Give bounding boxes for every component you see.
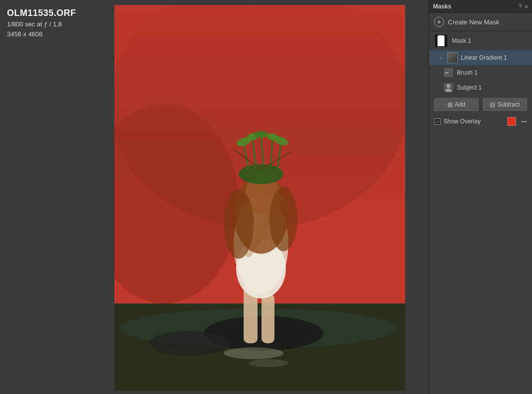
filename: OLM11535.ORF [7, 8, 76, 18]
svg-rect-10 [262, 294, 274, 343]
checkmark-icon: ✓ [436, 119, 440, 124]
subject-label: Subject 1 [457, 84, 482, 91]
exposure-meta: 1/800 sec at ƒ / 1,8 3456 x 4608 [7, 19, 76, 39]
show-overlay-label: Show Overlay [443, 118, 504, 125]
photo-container [114, 5, 405, 391]
mask1-label: Mask 1 [452, 37, 471, 44]
photo-image [114, 5, 405, 391]
add-label: Add [455, 101, 465, 108]
subtract-label: Subtract [497, 101, 520, 108]
linear-gradient-icon [447, 52, 458, 63]
add-button[interactable]: ⊞ Add [434, 98, 479, 111]
svg-point-31 [224, 347, 283, 359]
subtract-button[interactable]: ⊟ Subtract [483, 98, 528, 111]
show-overlay-checkbox[interactable]: ✓ [434, 118, 441, 125]
add-icon: ⊞ [447, 101, 453, 108]
panel-title: Masks [433, 3, 451, 10]
panel-header-controls: ? » [519, 3, 528, 10]
svg-point-36 [446, 84, 450, 88]
plus-icon: + [434, 17, 444, 27]
file-info: OLM11535.ORF 1/800 sec at ƒ / 1,8 3456 x… [7, 8, 76, 39]
main-area: OLM11535.ORF 1/800 sec at ƒ / 1,8 3456 x… [0, 0, 429, 394]
indent-arrow: ↳ [439, 55, 443, 60]
svg-point-32 [249, 359, 288, 367]
action-buttons: ⊞ Add ⊟ Subtract [429, 95, 532, 114]
subject-item[interactable]: Subject 1 [429, 80, 532, 95]
subtract-icon: ⊟ [490, 101, 495, 108]
svg-point-16 [224, 189, 254, 259]
svg-text:✏: ✏ [445, 70, 449, 76]
svg-point-26 [254, 131, 268, 138]
svg-point-18 [239, 164, 283, 184]
create-new-mask-button[interactable]: + Create New Mask [429, 13, 532, 31]
linear-gradient-label: Linear Gradient 1 [461, 54, 507, 61]
panel-header: Masks ? » [429, 0, 532, 13]
linear-gradient-item[interactable]: ↳ Linear Gradient 1 [429, 50, 532, 65]
svg-point-17 [269, 187, 297, 251]
mask1-row[interactable]: Mask 1 [429, 31, 532, 50]
subject-icon [443, 82, 454, 93]
panel-header-left: Masks [433, 3, 451, 10]
expand-icon[interactable]: » [525, 3, 528, 10]
create-mask-label: Create New Mask [448, 18, 499, 26]
more-options-icon[interactable]: ••• [521, 118, 527, 124]
right-panel: Masks ? » + Create New Mask Mask 1 ↳ Lin… [429, 0, 532, 394]
mask1-thumbnail [434, 34, 448, 48]
brush-item[interactable]: ✏ Brush 1 [429, 65, 532, 80]
overlay-color-swatch[interactable] [507, 117, 516, 126]
brush-label: Brush 1 [457, 69, 477, 76]
svg-point-7 [149, 331, 229, 356]
help-icon[interactable]: ? [519, 3, 522, 10]
show-overlay-row: ✓ Show Overlay ••• [429, 114, 532, 129]
brush-icon: ✏ [443, 67, 454, 78]
mask-thumb-figure [438, 35, 444, 46]
